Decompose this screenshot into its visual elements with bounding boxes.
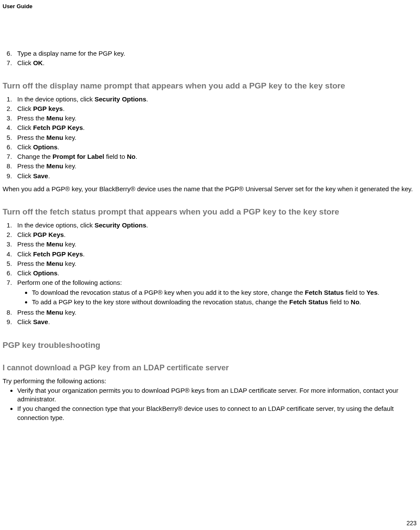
- step-bold: Prompt for Label: [53, 153, 104, 160]
- page-number: 223: [407, 519, 417, 527]
- step-prefix: Click: [17, 172, 33, 180]
- page-content: Type a display name for the PGP key. Cli…: [3, 49, 417, 422]
- section2-sub-bullets: To download the revocation status of a P…: [17, 288, 417, 307]
- section3-bullet-2: If you changed the connection type that …: [17, 404, 417, 422]
- section3-bullets: Verify that your organization permits yo…: [3, 386, 417, 422]
- step-prefix: In the device options, click: [17, 95, 94, 103]
- step-suffix: .: [57, 143, 59, 151]
- step-prefix: Click: [17, 124, 33, 131]
- section2-steps-part1: In the device options, click Security Op…: [3, 221, 417, 306]
- step-suffix: .: [48, 172, 50, 180]
- step-bold: Menu: [47, 240, 63, 248]
- step-bold2: No: [127, 153, 135, 160]
- step-suffix: key.: [63, 260, 77, 267]
- section2-steps-part2: Press the Menu key. Click Save.: [3, 308, 417, 327]
- step-bold: Fetch PGP Keys: [33, 124, 83, 131]
- section1-step-4: Click Fetch PGP Keys.: [14, 123, 417, 132]
- section1-step-2: Click PGP keys.: [14, 104, 417, 113]
- step-suffix: .: [146, 221, 148, 229]
- step-suffix: .: [83, 124, 85, 131]
- section3-intro: Try performing the following actions:: [3, 377, 417, 385]
- bullet-text: If you changed the connection type that …: [17, 405, 394, 421]
- step-prefix: Press the: [17, 260, 47, 267]
- step-prefix: Click: [17, 59, 33, 66]
- bullet-suffix2: .: [359, 298, 361, 306]
- step-suffix: key.: [63, 162, 77, 170]
- step-suffix: .: [83, 250, 85, 258]
- bullet-bold: Fetch Status: [289, 298, 328, 306]
- section2-step-3: Press the Menu key.: [14, 240, 417, 249]
- step-suffix: .: [146, 95, 148, 103]
- bullet-middle: field to: [344, 289, 367, 296]
- step-prefix: Press the: [17, 240, 47, 248]
- section2-step-8: Press the Menu key.: [14, 308, 417, 317]
- step-bold: Menu: [47, 134, 63, 141]
- step-bold: PGP Keys: [33, 231, 64, 238]
- bullet-bold2: No: [351, 298, 359, 306]
- intro-steps-list: Type a display name for the PGP key. Cli…: [3, 49, 417, 68]
- section1-step-6: Click Options.: [14, 143, 417, 151]
- step-prefix: Click: [17, 231, 33, 238]
- step-bold: Save: [33, 172, 48, 180]
- section2-sub-bullet-2: To add a PGP key to the key store withou…: [32, 298, 417, 306]
- step-text: Perform one of the following actions:: [17, 279, 122, 286]
- step-suffix: key.: [63, 309, 77, 316]
- header-title: User Guide: [3, 3, 417, 10]
- step-bold: Fetch PGP Keys: [33, 250, 83, 258]
- step-bold: Save: [33, 318, 48, 325]
- step-suffix2: .: [135, 153, 137, 160]
- section1-heading: Turn off the display name prompt that ap…: [3, 80, 417, 91]
- bullet-bold2: Yes: [367, 289, 378, 296]
- step-bold: Menu: [47, 260, 63, 267]
- step-prefix: Press the: [17, 162, 47, 170]
- step-bold: Security Options: [94, 95, 146, 103]
- section3-subheading: I cannot download a PGP key from an LDAP…: [3, 363, 417, 373]
- bullet-bold: Fetch Status: [305, 289, 344, 296]
- step-bold: Options: [33, 143, 58, 151]
- step-bold: Menu: [47, 309, 63, 316]
- step-prefix: Click: [17, 318, 33, 325]
- step-suffix: .: [43, 59, 44, 66]
- step-middle: field to: [104, 153, 127, 160]
- step-bold: Menu: [47, 162, 63, 170]
- section1-trailing-paragraph: When you add a PGP® key, your BlackBerry…: [3, 185, 417, 193]
- section3-heading: PGP key troubleshooting: [3, 340, 417, 351]
- section1-step-5: Press the Menu key.: [14, 133, 417, 142]
- step-suffix: .: [63, 105, 65, 112]
- bullet-text: Verify that your organization permits yo…: [17, 387, 398, 403]
- section1-step-7: Change the Prompt for Label field to No.: [14, 152, 417, 161]
- step-bold: Security Options: [94, 221, 146, 229]
- section2-step-5: Press the Menu key.: [14, 259, 417, 268]
- step-prefix: Click: [17, 105, 33, 112]
- step-prefix: Click: [17, 269, 33, 277]
- section2-step-2: Click PGP Keys.: [14, 230, 417, 239]
- section2-step-9: Click Save.: [14, 318, 417, 326]
- step-suffix: key.: [63, 134, 77, 141]
- intro-step-6: Type a display name for the PGP key.: [14, 49, 417, 58]
- intro-step-7: Click OK.: [14, 59, 417, 67]
- page-container: User Guide Type a display name for the P…: [0, 0, 420, 530]
- bullet-prefix: To download the revocation status of a P…: [32, 289, 305, 296]
- step-bold: OK: [33, 59, 43, 66]
- step-prefix: Change the: [17, 153, 53, 160]
- step-prefix: Press the: [17, 134, 47, 141]
- section2-heading: Turn off the fetch status prompt that ap…: [3, 206, 417, 218]
- step-bold: Menu: [47, 114, 63, 122]
- step-prefix: Press the: [17, 114, 47, 122]
- section1-step-1: In the device options, click Security Op…: [14, 95, 417, 104]
- step-suffix: key.: [63, 240, 77, 248]
- section2-step-1: In the device options, click Security Op…: [14, 221, 417, 230]
- step-text: Type a display name for the PGP key.: [17, 50, 125, 57]
- section2-step-7: Perform one of the following actions: To…: [14, 278, 417, 306]
- step-suffix: .: [48, 318, 50, 325]
- section1-step-3: Press the Menu key.: [14, 114, 417, 123]
- step-prefix: In the device options, click: [17, 221, 94, 229]
- step-suffix: .: [57, 269, 59, 277]
- bullet-suffix2: .: [378, 289, 379, 296]
- bullet-middle: field to: [328, 298, 351, 306]
- section1-steps: In the device options, click Security Op…: [3, 95, 417, 180]
- step-suffix: .: [64, 231, 66, 238]
- step-suffix: key.: [63, 114, 77, 122]
- bullet-prefix: To add a PGP key to the key store withou…: [32, 298, 289, 306]
- step-prefix: Press the: [17, 309, 47, 316]
